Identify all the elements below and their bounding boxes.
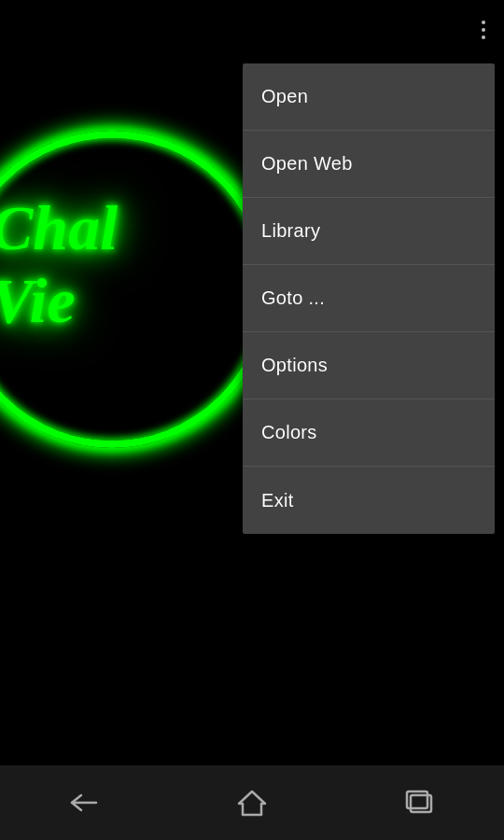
menu-item-library[interactable]: Library — [243, 198, 495, 265]
recents-button[interactable] — [387, 779, 453, 826]
neon-text: Chal Vie — [0, 196, 118, 332]
menu-item-open-web[interactable]: Open Web — [243, 131, 495, 198]
menu-item-goto[interactable]: Goto ... — [243, 265, 495, 332]
menu-item-exit[interactable]: Exit — [243, 467, 495, 534]
menu-item-open[interactable]: Open — [243, 63, 495, 131]
dot-2 — [482, 28, 485, 32]
dot-3 — [482, 35, 485, 39]
dot-1 — [482, 21, 485, 24]
overflow-menu-button[interactable] — [476, 15, 491, 45]
dropdown-menu: OpenOpen WebLibraryGoto ...OptionsColors… — [243, 63, 495, 534]
back-icon — [68, 791, 100, 814]
menu-item-colors[interactable]: Colors — [243, 399, 495, 467]
back-button[interactable] — [51, 779, 117, 826]
home-icon — [237, 789, 267, 817]
navigation-bar — [0, 765, 504, 840]
svg-marker-1 — [239, 791, 265, 815]
recents-icon — [405, 790, 435, 816]
neon-text-line1: Chal — [0, 196, 118, 259]
home-button[interactable] — [219, 779, 285, 826]
neon-text-line2: Vie — [0, 269, 118, 332]
menu-item-options[interactable]: Options — [243, 332, 495, 399]
